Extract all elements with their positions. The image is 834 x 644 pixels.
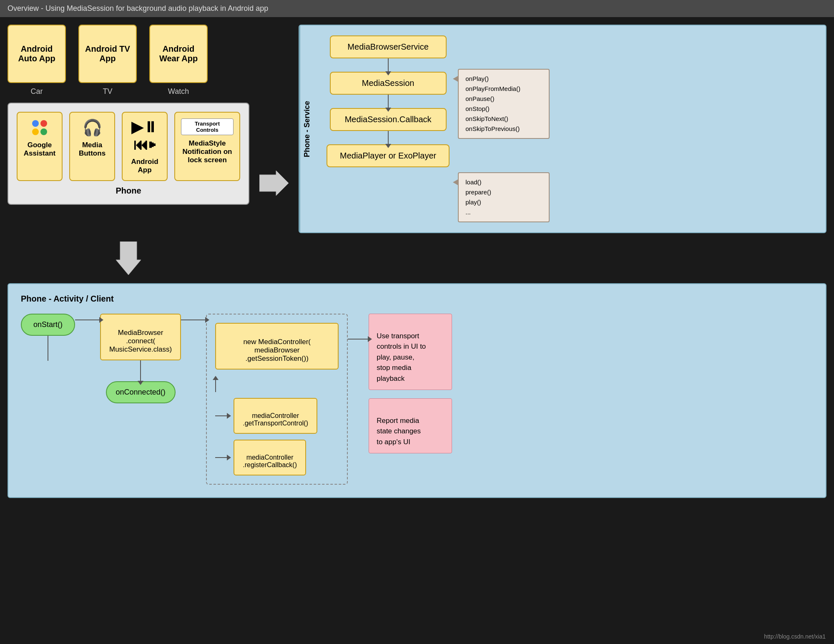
bottom-flow-row: onStart() MediaBrowser .connect( MusicSe…	[21, 314, 813, 485]
phone-card-mediabtn: 🎧 Media Buttons	[69, 112, 115, 181]
phone-panel: Google Assistant 🎧 Media Buttons ▶⏸⏮▶ An…	[8, 103, 249, 205]
device-wear: Android Wear App Watch	[149, 25, 208, 96]
line-to-transport	[215, 380, 216, 392]
ga-dot-red	[40, 120, 47, 127]
device-tv-sublabel: TV	[103, 87, 112, 96]
arrow1	[388, 58, 389, 72]
service-panel: Phone - Service MediaBrowserService Medi…	[299, 25, 826, 233]
device-auto-card: Android Auto App	[8, 25, 66, 83]
url-text: http://blog.csdn.net/xia1	[764, 633, 826, 640]
page-title: Overview - Using MediaSession for backgr…	[8, 4, 268, 13]
url-bar: http://blog.csdn.net/xia1	[764, 633, 826, 640]
new-mediacontroller-box: new MediaController( mediaBrowser .getSe…	[215, 323, 339, 370]
down-arrow-container	[8, 242, 826, 275]
callout-callback-line4: onStop()	[465, 104, 542, 114]
onstart-col: onStart()	[21, 314, 75, 361]
controller-right-row	[215, 375, 339, 392]
device-cards-row: Android Auto App Car Android TV App TV A…	[8, 25, 249, 96]
arrow-to-callback	[215, 457, 228, 458]
phone-card-mediastyle: Transport Controls MediaStyle Notificati…	[174, 112, 240, 181]
arrow3	[388, 131, 389, 144]
register-callback-box: mediaController .registerCallback()	[234, 440, 306, 475]
device-wear-card: Android Wear App	[149, 25, 208, 83]
bottom-section-title: Phone - Activity / Client	[21, 294, 813, 304]
headphones-icon: 🎧	[83, 118, 102, 137]
callout-callback-line2: onPlayFromMedia()	[465, 84, 542, 94]
callout-callback-line5: onSkipToNext()	[465, 114, 542, 124]
callout-player-line4: ...	[465, 207, 542, 217]
transport-row: mediaController .getTransportControl()	[215, 398, 339, 434]
ga-dot-green	[40, 128, 47, 135]
callout-player-line3: play()	[465, 197, 542, 207]
arrow-to-dashed	[181, 319, 206, 320]
callouts-col: onPlay() onPlayFromMedia() onPause() onS…	[458, 35, 550, 222]
transport-controls-label: Transport Controls	[195, 121, 220, 133]
top-section: Android Auto App Car Android TV App TV A…	[8, 25, 826, 233]
pink-note-report: Report media state changes to app's UI	[369, 398, 452, 453]
phone-card-mediabtn-label: Media Buttons	[76, 141, 108, 158]
line-to-onconnected	[140, 360, 141, 381]
callout-callback-line6: onSkipToPrevious()	[465, 124, 542, 134]
phone-to-service-arrow	[259, 171, 289, 196]
phone-card-androidapp-label: Android App	[128, 158, 161, 174]
device-wear-label: Android Wear App	[154, 44, 203, 63]
line-down-onstart	[48, 336, 48, 361]
service-flow-container: MediaBrowserService MediaSession MediaSe	[314, 25, 826, 232]
play-icon: ▶⏸⏮▶	[131, 118, 158, 153]
device-wear-sublabel: Watch	[168, 87, 189, 96]
arrow-to-pink	[348, 339, 369, 340]
mediabrowser-col: MediaBrowser .connect( MusicService.clas…	[100, 314, 181, 403]
device-auto-sublabel: Car	[30, 87, 43, 96]
phone-panel-inner: Google Assistant 🎧 Media Buttons ▶⏸⏮▶ An…	[17, 112, 240, 181]
get-transport-box: mediaController .getTransportControl()	[234, 398, 317, 434]
device-auto: Android Auto App Car	[8, 25, 66, 96]
callout-player: load() prepare() play() ...	[458, 172, 550, 222]
arrow2	[388, 95, 389, 108]
top-left-wrapper: Android Auto App Car Android TV App TV A…	[8, 25, 249, 205]
phone-card-assistant: Google Assistant	[17, 112, 63, 181]
device-tv-label: Android TV App	[83, 44, 132, 63]
callout-callback: onPlay() onPlayFromMedia() onPause() onS…	[458, 69, 550, 139]
ga-dot-blue	[32, 120, 39, 127]
pink-notes-col: Use transport controls in UI to play, pa…	[369, 314, 452, 453]
callout-callback-line1: onPlay()	[465, 74, 542, 84]
ga-dot-yellow	[32, 128, 39, 135]
callout-player-line2: prepare()	[465, 187, 542, 197]
callout-callback-line3: onPause()	[465, 94, 542, 104]
bottom-section: Phone - Activity / Client onStart() Medi…	[8, 283, 826, 498]
svg-marker-0	[259, 171, 289, 196]
device-tv-card: Android TV App	[78, 25, 137, 83]
arrow-to-mediabrowser	[75, 319, 100, 320]
phone-card-mediastyle-label: MediaStyle Notification on lock screen	[181, 139, 234, 164]
callout-player-line1: load()	[465, 177, 542, 187]
google-assistant-icon	[30, 118, 49, 137]
phone-card-androidapp: ▶⏸⏮▶ Android App	[122, 112, 168, 181]
device-auto-label: Android Auto App	[13, 44, 61, 63]
service-side-label: Phone - Service	[299, 25, 314, 232]
phone-section-title: Phone	[17, 186, 240, 196]
dashed-controller-box: new MediaController( mediaBrowser .getSe…	[206, 314, 348, 485]
svg-marker-1	[116, 242, 141, 275]
device-tv: Android TV App TV	[78, 25, 137, 96]
phone-card-assistant-label: Google Assistant	[23, 141, 56, 158]
onstart-box: onStart()	[21, 314, 75, 336]
title-bar: Overview - Using MediaSession for backgr…	[0, 0, 834, 17]
mediabrowser-box: MediaBrowser .connect( MusicService.clas…	[100, 314, 181, 360]
callback-row: mediaController .registerCallback()	[215, 440, 339, 475]
pink-note-transport: Use transport controls in UI to play, pa…	[369, 314, 452, 390]
transport-controls-badge: Transport Controls	[181, 118, 234, 135]
media-browser-service-box: MediaBrowserService	[330, 35, 447, 58]
arrow-to-transport	[215, 415, 228, 416]
service-main-flow: MediaBrowserService MediaSession MediaSe	[327, 35, 450, 167]
